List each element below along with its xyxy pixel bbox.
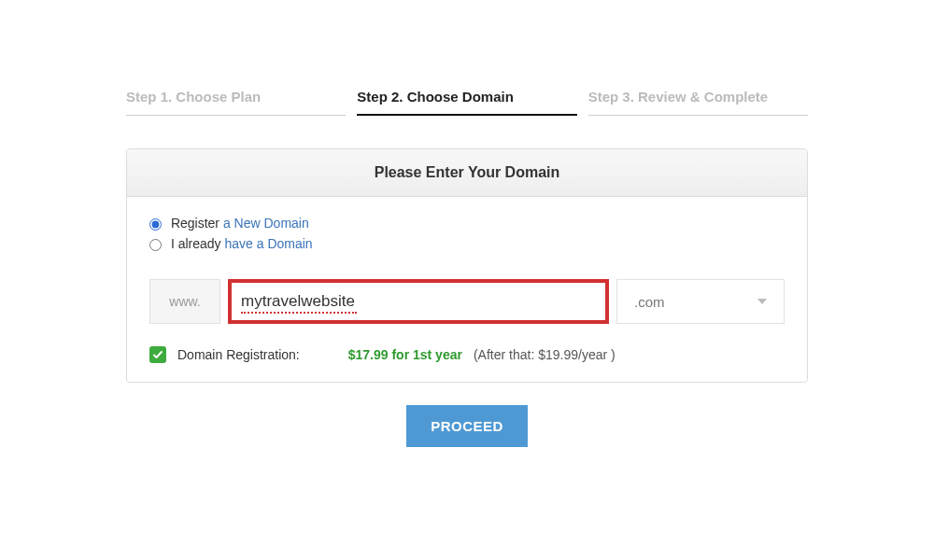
www-prefix: www. xyxy=(149,279,220,324)
option-have-radio[interactable] xyxy=(149,239,162,251)
price-first-year: $17.99 for 1st year xyxy=(348,347,462,362)
price-after: (After that: $19.99/year ) xyxy=(474,347,616,362)
checkbox-checked-icon[interactable] xyxy=(149,346,166,363)
option-have-row[interactable]: I already have a Domain xyxy=(149,236,785,251)
step-tabs: Step 1. Choose Plan Step 2. Choose Domai… xyxy=(126,89,808,116)
option-have-link[interactable]: have a Domain xyxy=(221,236,313,251)
option-have-label: I already xyxy=(171,236,221,251)
option-register-link[interactable]: a New Domain xyxy=(219,216,309,231)
step-1[interactable]: Step 1. Choose Plan xyxy=(126,89,346,116)
chevron-down-icon xyxy=(757,299,767,304)
spellcheck-underline xyxy=(241,312,357,314)
option-register-row[interactable]: Register a New Domain xyxy=(149,216,785,231)
price-row: Domain Registration: $17.99 for 1st year… xyxy=(149,346,785,363)
tld-value: .com xyxy=(634,294,665,310)
tld-select[interactable]: .com xyxy=(616,279,785,324)
option-register-label: Register xyxy=(171,216,219,231)
proceed-button[interactable]: PROCEED xyxy=(406,405,528,447)
option-register-radio[interactable] xyxy=(149,218,162,231)
registration-label: Domain Registration: xyxy=(177,347,300,362)
domain-card: Please Enter Your Domain Register a New … xyxy=(126,148,808,383)
card-title: Please Enter Your Domain xyxy=(127,149,807,197)
domain-input-highlight xyxy=(228,279,609,324)
domain-row: www. .com xyxy=(149,279,785,324)
step-3[interactable]: Step 3. Review & Complete xyxy=(588,89,808,116)
step-2[interactable]: Step 2. Choose Domain xyxy=(357,89,576,116)
domain-input[interactable] xyxy=(241,292,596,311)
